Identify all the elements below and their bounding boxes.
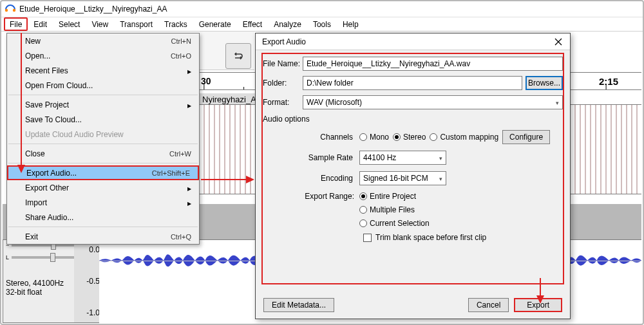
chevron-down-icon: [439, 174, 442, 183]
encoding-select[interactable]: Signed 16-bit PCM: [359, 171, 446, 185]
folder-label: Folder:: [263, 79, 303, 88]
track-control-panel: − + L R Stereo, 44100Hz 32-bit float 0.0…: [3, 239, 99, 323]
filename-input[interactable]: [303, 57, 563, 71]
menu-select[interactable]: Select: [53, 17, 86, 31]
loop-button[interactable]: [225, 43, 251, 69]
menu-tracks[interactable]: Tracks: [158, 17, 193, 31]
amplitude-ruler: 0.0 -0.5 -1.0: [74, 240, 100, 322]
menu-edit[interactable]: Edit: [28, 17, 53, 31]
edit-metadata-button[interactable]: Edit Metadata...: [263, 298, 334, 312]
radio-mono[interactable]: Mono: [359, 133, 389, 142]
svg-marker-13: [17, 165, 25, 173]
audio-options-label: Audio options: [263, 115, 563, 124]
svg-point-1: [13, 9, 15, 12]
menu-item-open[interactable]: Open...Ctrl+O: [7, 48, 199, 63]
svg-marker-17: [536, 295, 544, 304]
menu-analyze[interactable]: Analyze: [268, 17, 307, 31]
close-icon: [554, 38, 562, 46]
menu-item-export-audio[interactable]: Export Audio...Ctrl+Shift+E: [7, 165, 199, 180]
dialog-title: Export Audio: [262, 37, 306, 46]
menu-item-close[interactable]: CloseCtrl+W: [7, 146, 199, 161]
menu-item-recent[interactable]: Recent Files: [7, 63, 199, 78]
samplerate-label: Sample Rate: [263, 153, 359, 162]
menu-item-exit[interactable]: ExitCtrl+Q: [7, 229, 199, 244]
format-select[interactable]: WAV (Microsoft): [303, 95, 563, 109]
menu-item-update-cloud: Update Cloud Audio Preview: [7, 127, 199, 142]
menu-item-share[interactable]: Share Audio...: [7, 210, 199, 225]
track-format-info: Stereo, 44100Hz: [6, 279, 64, 288]
annotation-arrow-right: [201, 175, 255, 184]
svg-point-0: [5, 9, 8, 12]
file-menu-dropdown: NewCtrl+N Open...Ctrl+O Recent Files Ope…: [6, 33, 200, 245]
dialog-close-button[interactable]: [551, 35, 566, 48]
format-label: Format:: [263, 98, 303, 107]
menu-view[interactable]: View: [86, 17, 114, 31]
menu-help[interactable]: Help: [337, 17, 365, 31]
track-bitdepth-info: 32-bit float: [6, 288, 64, 297]
menu-item-save-project[interactable]: Save Project: [7, 97, 199, 112]
browse-button[interactable]: Browse...: [526, 76, 563, 90]
trim-label: Trim blank space before first clip: [375, 233, 486, 242]
menu-generate[interactable]: Generate: [193, 17, 237, 31]
folder-input[interactable]: [303, 76, 522, 90]
annotation-arrow-down: [17, 33, 26, 174]
configure-button[interactable]: Configure: [502, 130, 550, 144]
menu-item-export-other[interactable]: Export Other: [7, 180, 199, 195]
chevron-down-icon: [439, 153, 442, 162]
svg-marker-15: [246, 176, 254, 183]
annotation-arrow-export: [536, 278, 545, 304]
title-bar: Etude_Heroique__Ltizky__Nyiregyhazi_AA: [1, 1, 643, 17]
menu-transport[interactable]: Transport: [114, 17, 158, 31]
app-icon: [5, 3, 16, 15]
menu-bar: File Edit Select View Transport Tracks G…: [1, 17, 643, 32]
menu-effect[interactable]: Effect: [237, 17, 268, 31]
menu-file[interactable]: File: [4, 17, 28, 31]
radio-custom[interactable]: Custom mapping: [430, 133, 498, 142]
menu-item-open-cloud[interactable]: Open From Cloud...: [7, 78, 199, 93]
toolbar-fragment: [200, 32, 254, 70]
export-audio-dialog: Export Audio File Name: Folder: Browse..…: [255, 33, 571, 319]
radio-multiple-files[interactable]: Multiple Files: [359, 205, 415, 214]
dialog-titlebar: Export Audio: [256, 33, 570, 50]
radio-entire-project[interactable]: Entire Project: [359, 192, 416, 201]
channels-label: Channels: [263, 133, 359, 142]
cancel-button[interactable]: Cancel: [468, 298, 509, 312]
filename-label: File Name:: [263, 59, 303, 68]
menu-item-import[interactable]: Import: [7, 195, 199, 210]
menu-item-save-cloud[interactable]: Save To Cloud...: [7, 112, 199, 127]
radio-stereo[interactable]: Stereo: [393, 133, 426, 142]
menu-tools[interactable]: Tools: [307, 17, 337, 31]
encoding-label: Encoding: [263, 174, 359, 183]
menu-item-new[interactable]: NewCtrl+N: [7, 33, 199, 48]
window-title: Etude_Heroique__Ltizky__Nyiregyhazi_AA: [19, 5, 167, 14]
samplerate-select[interactable]: 44100 Hz: [359, 151, 446, 165]
radio-current-selection[interactable]: Current Selection: [359, 219, 430, 228]
trim-checkbox[interactable]: [363, 234, 372, 242]
chevron-down-icon: [556, 98, 559, 107]
export-range-label: Export Range:: [295, 192, 359, 201]
